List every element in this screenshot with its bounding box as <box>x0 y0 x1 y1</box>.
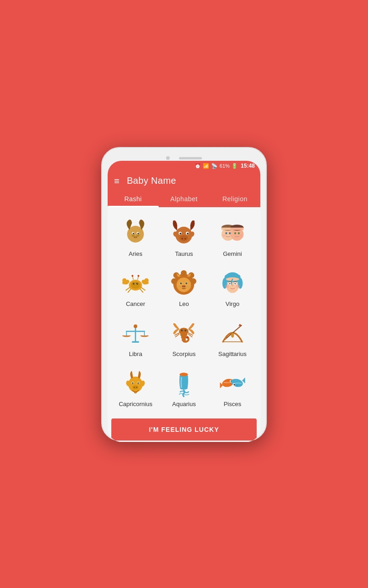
svg-line-73 <box>186 286 191 287</box>
svg-point-51 <box>137 283 138 283</box>
sagittarius-label: Sagittarius <box>218 351 247 357</box>
svg-point-36 <box>122 281 126 284</box>
svg-line-41 <box>128 288 131 292</box>
svg-point-68 <box>184 286 186 287</box>
svg-line-71 <box>177 286 182 287</box>
svg-point-54 <box>172 278 178 284</box>
svg-point-47 <box>138 275 139 277</box>
svg-point-127 <box>136 386 138 388</box>
svg-point-26 <box>225 232 227 234</box>
app-title: Baby Name <box>127 175 176 186</box>
svg-line-72 <box>177 287 182 288</box>
sagittarius-icon <box>216 317 248 349</box>
gemini-label: Gemini <box>223 250 242 257</box>
zodiac-pisces[interactable]: Pisces <box>208 361 257 411</box>
phone-frame: ⏰ 📶 📡 61% 🔋 15:48 ≡ Baby Name Rashi Alph… <box>101 147 267 441</box>
tab-religion[interactable]: Religion <box>209 191 260 207</box>
svg-point-30 <box>223 235 226 237</box>
zodiac-taurus[interactable]: Taurus <box>160 211 208 261</box>
svg-point-138 <box>234 384 235 385</box>
svg-line-43 <box>140 288 143 292</box>
alarm-icon: ⏰ <box>195 163 201 169</box>
svg-point-84 <box>229 283 230 284</box>
feeling-lucky-button[interactable]: I'M FEELING LUCKY <box>111 418 257 441</box>
svg-point-33 <box>131 281 140 288</box>
virgo-label: Virgo <box>225 300 239 307</box>
svg-point-48 <box>133 283 135 284</box>
signal-icon: 📡 <box>211 163 218 169</box>
zodiac-leo[interactable]: Leo <box>160 261 208 311</box>
svg-point-88 <box>225 285 229 288</box>
svg-point-17 <box>185 237 186 239</box>
zodiac-scorpius[interactable]: Scorpius <box>160 311 208 361</box>
svg-point-63 <box>186 282 188 284</box>
svg-rect-25 <box>230 227 244 230</box>
leo-label: Leo <box>179 300 189 307</box>
svg-point-107 <box>185 329 187 331</box>
leo-icon <box>168 266 200 299</box>
svg-point-28 <box>234 232 236 234</box>
svg-point-86 <box>230 283 230 283</box>
status-icons: ⏰ 📶 📡 61% 🔋 <box>195 163 238 169</box>
taurus-icon <box>168 216 200 249</box>
svg-point-58 <box>181 270 187 276</box>
cancer-label: Cancer <box>126 300 145 307</box>
libra-icon <box>120 317 152 349</box>
svg-point-16 <box>182 237 183 239</box>
speaker <box>179 157 202 159</box>
svg-point-125 <box>132 385 138 389</box>
wifi-icon: 📶 <box>203 163 209 169</box>
svg-point-59 <box>177 277 191 292</box>
tabs-bar: Rashi Alphabet Religion <box>108 191 260 207</box>
svg-point-6 <box>138 232 139 234</box>
svg-point-124 <box>138 382 139 384</box>
svg-point-105 <box>186 336 189 338</box>
content-area: Aries <box>108 207 260 442</box>
svg-point-9 <box>136 237 137 237</box>
zodiac-virgo[interactable]: Virgo <box>208 261 257 311</box>
svg-point-92 <box>134 324 138 328</box>
svg-point-67 <box>183 286 184 287</box>
cancer-icon <box>120 266 152 299</box>
virgo-icon <box>216 266 248 299</box>
toolbar: ≡ Baby Name <box>108 171 260 191</box>
svg-point-130 <box>181 373 187 375</box>
capricornius-icon <box>120 367 152 399</box>
svg-line-42 <box>141 287 145 290</box>
tab-rashi[interactable]: Rashi <box>108 191 159 207</box>
scorpius-label: Scorpius <box>172 351 196 357</box>
gemini-icon <box>216 216 248 249</box>
svg-point-126 <box>134 386 135 388</box>
svg-point-14 <box>180 232 182 234</box>
svg-point-89 <box>236 285 240 288</box>
svg-point-123 <box>132 382 133 384</box>
zodiac-gemini[interactable]: Gemini <box>208 211 257 261</box>
tab-alphabet[interactable]: Alphabet <box>159 191 210 207</box>
capricornius-label: Capricornius <box>119 401 152 407</box>
battery-icon: 🔋 <box>231 163 238 169</box>
aquarius-label: Aquarius <box>172 401 196 407</box>
svg-line-74 <box>186 287 191 288</box>
svg-line-40 <box>126 287 130 290</box>
svg-point-55 <box>190 278 196 284</box>
zodiac-grid: Aries <box>108 207 260 415</box>
svg-point-15 <box>187 232 189 234</box>
battery-label: 61% <box>219 163 230 169</box>
zodiac-aries[interactable]: Aries <box>111 211 160 261</box>
status-time: 15:48 <box>241 163 255 169</box>
svg-point-106 <box>181 329 183 331</box>
aquarius-icon <box>168 367 200 399</box>
svg-point-108 <box>182 330 183 330</box>
zodiac-capricornius[interactable]: Capricornius <box>111 361 160 411</box>
scorpius-icon <box>168 317 200 349</box>
zodiac-cancer[interactable]: Cancer <box>111 261 160 311</box>
zodiac-aquarius[interactable]: Aquarius <box>160 361 208 411</box>
svg-point-65 <box>187 283 187 283</box>
hamburger-icon[interactable]: ≡ <box>114 176 120 186</box>
svg-point-8 <box>134 237 135 237</box>
pisces-icon <box>216 367 248 399</box>
zodiac-libra[interactable]: Libra <box>111 311 160 361</box>
camera <box>166 156 170 160</box>
aries-label: Aries <box>129 250 143 257</box>
zodiac-sagittarius[interactable]: Sagittarius <box>208 311 257 361</box>
